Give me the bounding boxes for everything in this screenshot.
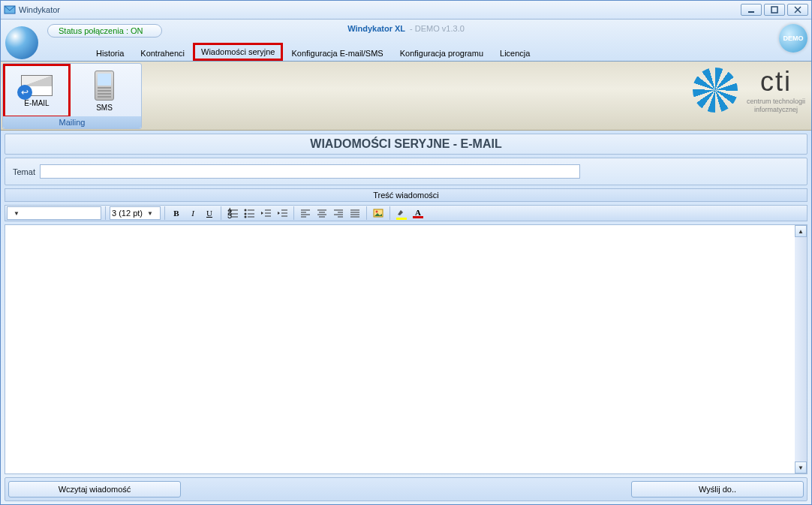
ribbon-tabs: Historia Kontrahenci Wiadomości seryjne … xyxy=(88,44,538,61)
swirl-icon xyxy=(693,68,738,113)
brand-name: cti xyxy=(760,66,792,98)
maximize-button[interactable] xyxy=(764,4,785,16)
page-title: WIADOMOŚCI SERYJNE - E-MAIL xyxy=(5,134,807,154)
vertical-scrollbar[interactable]: ▲ ▼ xyxy=(795,225,807,473)
align-left-button[interactable] xyxy=(298,206,313,220)
header: Status połączenia : ON Windykator XL - D… xyxy=(1,20,811,62)
highlight-color-button[interactable] xyxy=(394,206,409,220)
separator xyxy=(389,206,390,220)
font-color-button[interactable]: A xyxy=(411,206,426,220)
demo-badge: DEMO xyxy=(779,24,807,53)
body-label: Treść wiadomości xyxy=(5,188,807,202)
subject-panel: Temat xyxy=(5,158,807,185)
window-title: Windykator xyxy=(19,5,60,14)
brand-sub1: centrum technologii xyxy=(747,98,805,106)
align-right-button[interactable] xyxy=(331,206,346,220)
ribbon-group-label: Mailing xyxy=(3,116,141,128)
scroll-up-button[interactable]: ▲ xyxy=(795,225,807,237)
scroll-down-button[interactable]: ▼ xyxy=(795,461,807,473)
ribbon-email-button[interactable]: ↩ E-MAIL xyxy=(3,64,71,118)
brand-sub2: informatycznej xyxy=(754,106,798,114)
subject-label: Temat xyxy=(13,167,35,176)
svg-point-40 xyxy=(376,211,378,213)
connection-status: Status połączenia : ON xyxy=(47,24,162,38)
svg-rect-2 xyxy=(771,7,777,13)
send-to-button[interactable]: Wyślij do.. xyxy=(631,481,804,497)
tab-historia[interactable]: Historia xyxy=(88,44,132,61)
align-justify-button[interactable] xyxy=(347,206,362,220)
ribbon-sms-button[interactable]: SMS xyxy=(71,64,138,118)
indent-button[interactable] xyxy=(275,206,290,220)
chevron-down-icon: ▼ xyxy=(147,210,153,217)
tab-licencja[interactable]: Licencja xyxy=(492,44,538,61)
ribbon-email-label: E-MAIL xyxy=(24,99,49,107)
ribbon-group-mailing: ↩ E-MAIL SMS Mailing xyxy=(2,63,142,129)
ribbon-pane: ↩ E-MAIL SMS Mailing cti centrum technol… xyxy=(1,62,811,131)
insert-image-button[interactable] xyxy=(371,206,386,220)
subject-input[interactable] xyxy=(40,164,580,179)
minimize-button[interactable] xyxy=(741,4,762,16)
separator xyxy=(105,206,106,220)
svg-point-11 xyxy=(245,209,247,212)
separator xyxy=(164,206,165,220)
font-size-value: 3 (12 pt) xyxy=(112,209,143,218)
tab-konfiguracja-programu[interactable]: Konfiguracja programu xyxy=(392,44,492,61)
brand-logo: cti centrum technologii informatycznej xyxy=(693,66,805,114)
page-title-panel: WIADOMOŚCI SERYJNE - E-MAIL xyxy=(5,134,807,155)
font-size-dropdown[interactable]: 3 (12 pt)▼ xyxy=(110,206,161,220)
app-version: - DEMO v1.3.0 xyxy=(410,24,465,33)
unordered-list-button[interactable] xyxy=(242,206,257,220)
svg-point-15 xyxy=(245,216,247,218)
font-color-letter: A xyxy=(415,209,421,216)
chevron-down-icon: ▼ xyxy=(14,210,20,217)
content-area: WIADOMOŚCI SERYJNE - E-MAIL Temat Treść … xyxy=(1,131,811,504)
bold-button[interactable]: B xyxy=(169,206,184,220)
tab-konfiguracja-email-sms[interactable]: Konfiguracja E-mail/SMS xyxy=(283,44,391,61)
globe-icon xyxy=(5,26,38,59)
separator xyxy=(221,206,221,220)
close-button[interactable] xyxy=(787,4,808,16)
italic-button[interactable]: I xyxy=(185,206,200,220)
load-message-button[interactable]: Wczytaj wiadomość xyxy=(8,481,181,497)
app-name: Windykator XL xyxy=(347,24,405,33)
titlebar: Windykator xyxy=(1,1,811,20)
envelope-icon: ↩ xyxy=(21,75,53,96)
editor-toolbar: ▼ 3 (12 pt)▼ B I U 123 A xyxy=(5,205,807,221)
bottom-bar: Wczytaj wiadomość Wyślij do.. xyxy=(5,477,807,501)
app-icon xyxy=(4,4,16,16)
editor-wrap: ▲ ▼ xyxy=(5,224,807,474)
phone-icon xyxy=(95,71,114,101)
message-body-editor[interactable] xyxy=(5,225,795,473)
app-title: Windykator XL - DEMO v1.3.0 xyxy=(347,24,465,33)
separator xyxy=(366,206,367,220)
status-text: Status połączenia : ON xyxy=(59,26,143,35)
ribbon-sms-label: SMS xyxy=(96,104,113,112)
ordered-list-button[interactable]: 123 xyxy=(225,206,240,220)
tab-kontrahenci[interactable]: Kontrahenci xyxy=(132,44,193,61)
svg-point-13 xyxy=(245,213,247,215)
underline-button[interactable]: U xyxy=(202,206,217,220)
outdent-button[interactable] xyxy=(258,206,273,220)
font-family-dropdown[interactable]: ▼ xyxy=(7,206,101,220)
separator xyxy=(293,206,294,220)
align-center-button[interactable] xyxy=(314,206,329,220)
tab-wiadomosci-seryjne[interactable]: Wiadomości seryjne xyxy=(193,43,283,61)
